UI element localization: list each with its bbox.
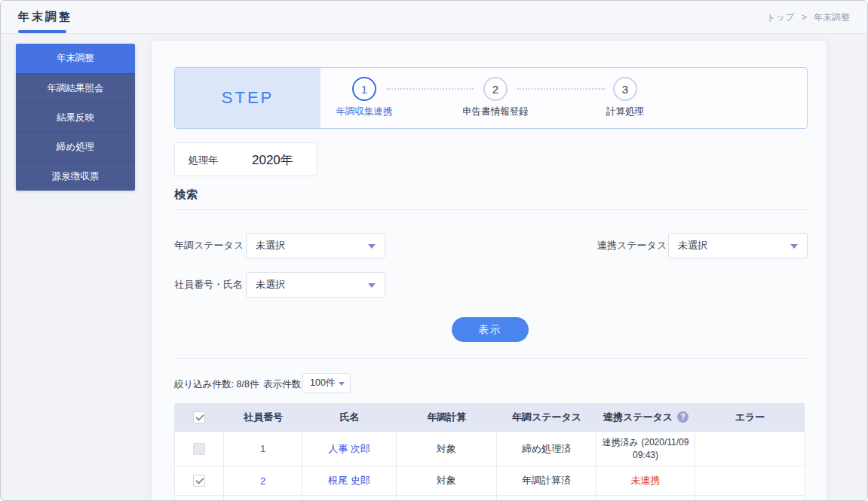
chevron-down-icon <box>368 283 376 288</box>
app-window: 年末調整 トップ > 年末調整 年末調整 年調結果照会 結果反映 締め処理 源泉… <box>0 0 868 501</box>
step-3-number: 3 <box>622 83 628 96</box>
table-row: 2 根尾 史郎 対象 年調計算済 未連携 <box>174 466 805 496</box>
select-all-checkbox[interactable] <box>193 411 205 423</box>
renkei-status-cell: 連携済み (2020/11/09 09:43) <box>597 432 695 466</box>
breadcrumb: トップ > 年末調整 <box>766 11 850 24</box>
filtered-count: 絞り込み件数: 8/8件 <box>174 378 259 391</box>
chevron-down-icon <box>368 244 376 249</box>
step-1-label: 年調収集連携 <box>304 105 425 118</box>
page-size-value: 100件 <box>310 377 335 388</box>
page-title: 年末調整 <box>18 10 72 24</box>
col-renkei-status-label: 連携ステータス <box>603 411 673 424</box>
row-checkbox-cell <box>174 432 224 466</box>
row-checkbox[interactable] <box>193 475 205 487</box>
step-2-label: 申告書情報登録 <box>435 105 556 118</box>
stepper: STEP 1 年調収集連携 2 申告書情報登録 3 計算処理 <box>174 67 808 129</box>
renkei-status-select[interactable]: 未選択 <box>668 233 808 258</box>
col-name: 氏名 <box>302 403 397 431</box>
employee-table: 社員番号 氏名 年調計算 年調ステータス 連携ステータス ? エラー 1 人事 … <box>174 403 805 501</box>
row-checkbox <box>193 443 205 455</box>
show-button[interactable]: 表示 <box>452 317 529 342</box>
error-cell <box>695 466 805 496</box>
chevron-down-icon <box>339 382 345 386</box>
table-header-row: 社員番号 氏名 年調計算 年調ステータス 連携ステータス ? エラー <box>174 403 805 431</box>
col-nencho-status: 年調ステータス <box>497 403 597 431</box>
stepper-heading: STEP <box>175 68 321 128</box>
nencho-status-value: 未選択 <box>256 240 285 251</box>
step-2-circle: 2 <box>483 77 508 101</box>
renkei-status-label: 連携ステータス <box>597 233 667 258</box>
select-all-cell <box>174 403 224 431</box>
step-connector-dots <box>386 88 474 90</box>
step-connector-dots <box>517 88 605 90</box>
sidebar-item-kekka-hanei[interactable]: 結果反映 <box>16 102 135 132</box>
page-size-label: 表示件数 <box>263 378 301 391</box>
step-3-label: 計算処理 <box>565 105 686 118</box>
row-checkbox-cell <box>174 466 224 496</box>
renkei-status-value: 未選択 <box>678 240 707 251</box>
col-calc: 年調計算 <box>397 403 497 431</box>
sidebar-item-shime-shori[interactable]: 締め処理 <box>16 132 135 161</box>
calc-cell: 対象 <box>397 432 497 466</box>
search-heading: 検索 <box>174 188 198 202</box>
sidebar: 年末調整 年調結果照会 結果反映 締め処理 源泉徴収票 <box>16 44 135 191</box>
table-row: 1 人事 次郎 対象 締め処理済 連携済み (2020/11/09 09:43) <box>174 431 805 466</box>
employee-no-link[interactable]: 1 <box>260 443 265 454</box>
step-3-circle: 3 <box>613 77 637 101</box>
chevron-down-icon <box>790 244 798 249</box>
breadcrumb-separator: > <box>802 12 807 23</box>
divider <box>174 358 808 359</box>
employee-label: 社員番号・氏名 <box>174 272 243 298</box>
employee-name-link[interactable]: 根尾 史郎 <box>328 474 370 487</box>
employee-select-value: 未選択 <box>256 279 285 290</box>
divider <box>174 209 808 210</box>
nencho-status-select[interactable]: 未選択 <box>246 233 385 258</box>
content-card: STEP 1 年調収集連携 2 申告書情報登録 3 計算処理 <box>152 41 827 501</box>
calc-cell: 対象 <box>397 466 497 496</box>
process-year-value: 2020年 <box>252 143 293 177</box>
sidebar-item-gensen-choshuhyo[interactable]: 源泉徴収票 <box>16 161 135 191</box>
page-header: 年末調整 トップ > 年末調整 <box>1 1 867 34</box>
col-employee-no: 社員番号 <box>224 403 302 431</box>
breadcrumb-home-link[interactable]: トップ <box>766 12 794 23</box>
nencho-status-cell: 年調計算済 <box>497 466 597 496</box>
renkei-status-cell: 未連携 <box>597 466 695 496</box>
sidebar-item-nenmatsu-chosei[interactable]: 年末調整 <box>16 44 135 73</box>
help-icon[interactable]: ? <box>677 411 689 423</box>
process-year-box: 処理年 2020年 <box>174 142 317 176</box>
nencho-status-cell: 締め処理済 <box>497 432 597 466</box>
process-year-label: 処理年 <box>189 143 218 177</box>
col-renkei-status: 連携ステータス ? <box>597 403 695 431</box>
title-accent-bar <box>18 30 66 33</box>
step-1-circle: 1 <box>352 77 376 101</box>
error-cell <box>695 432 805 466</box>
sidebar-item-nencho-kekka-shokai[interactable]: 年調結果照会 <box>16 73 135 102</box>
col-error: エラー <box>695 403 805 431</box>
employee-select[interactable]: 未選択 <box>246 272 385 298</box>
step-2-number: 2 <box>492 83 498 96</box>
table-row <box>174 496 805 501</box>
step-1-number: 1 <box>361 83 367 96</box>
breadcrumb-current: 年末調整 <box>814 12 850 23</box>
nencho-status-label: 年調ステータス <box>174 233 244 258</box>
page-size-select[interactable]: 100件 <box>302 373 351 393</box>
employee-name-link[interactable]: 人事 次郎 <box>328 442 370 456</box>
employee-no-link[interactable]: 2 <box>260 475 265 487</box>
